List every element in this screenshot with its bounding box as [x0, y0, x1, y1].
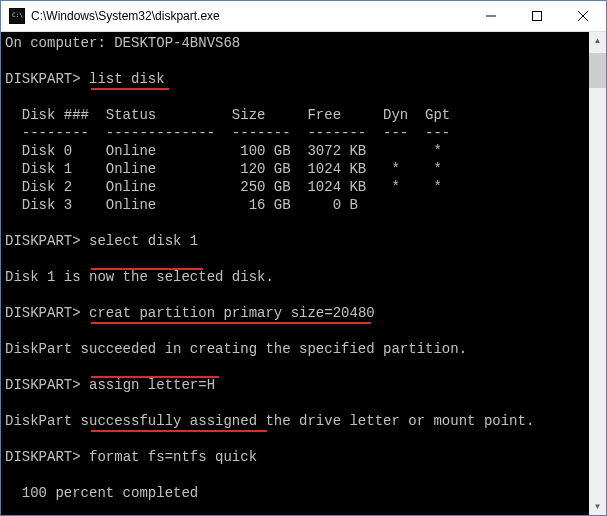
msg-partition: DiskPart succeeded in creating the speci…: [5, 340, 602, 358]
prompt: DISKPART>: [5, 71, 81, 87]
msg-assign: DiskPart successfully assigned the drive…: [5, 412, 602, 430]
table-row: Disk 2 Online 250 GB 1024 KB * *: [5, 178, 602, 196]
prompt: DISKPART>: [5, 233, 81, 249]
svg-rect-4: [533, 12, 542, 21]
computer-line: On computer: DESKTOP-4BNVS68: [5, 34, 602, 52]
red-underline: [91, 268, 203, 270]
prompt: DISKPART>: [5, 449, 81, 465]
red-underline: [91, 376, 219, 378]
window: C:\ C:\Windows\System32\diskpart.exe On …: [0, 0, 607, 516]
titlebar[interactable]: C:\ C:\Windows\System32\diskpart.exe: [1, 1, 606, 32]
scroll-down-button[interactable]: ▼: [589, 498, 606, 515]
cmd-assign-letter: assign letter=H: [89, 377, 215, 393]
table-row: Disk 1 Online 120 GB 1024 KB * *: [5, 160, 602, 178]
scroll-track[interactable]: [589, 88, 606, 498]
table-row: Disk 0 Online 100 GB 3072 KB *: [5, 142, 602, 160]
table-divider: -------- ------------- ------- ------- -…: [5, 124, 602, 142]
red-underline: [91, 88, 169, 90]
maximize-button[interactable]: [514, 1, 560, 31]
svg-text:C:\: C:\: [12, 11, 23, 18]
scrollbar[interactable]: ▲ ▼: [589, 32, 606, 515]
table-header: Disk ### Status Size Free Dyn Gpt: [5, 106, 602, 124]
cmd-format: format fs=ntfs quick: [89, 449, 257, 465]
msg-selected: Disk 1 is now the selected disk.: [5, 268, 602, 286]
prompt: DISKPART>: [5, 377, 81, 393]
table-row: Disk 3 Online 16 GB 0 B: [5, 196, 602, 214]
scroll-up-button[interactable]: ▲: [589, 32, 606, 49]
prompt: DISKPART>: [5, 305, 81, 321]
title-buttons: [468, 1, 606, 31]
title-text: C:\Windows\System32\diskpart.exe: [31, 9, 468, 23]
cmd-select-disk: select disk 1: [89, 233, 198, 249]
cmd-list-disk: list disk: [89, 71, 165, 87]
minimize-button[interactable]: [468, 1, 514, 31]
red-underline: [91, 430, 267, 432]
cmd-icon: C:\: [9, 8, 25, 24]
msg-percent: 100 percent completed: [5, 484, 602, 502]
red-underline: [91, 322, 371, 324]
scroll-thumb[interactable]: [589, 53, 606, 88]
console-area[interactable]: On computer: DESKTOP-4BNVS68 DISKPART> l…: [1, 32, 606, 515]
close-button[interactable]: [560, 1, 606, 31]
cmd-create-partition: creat partition primary size=20480: [89, 305, 375, 321]
